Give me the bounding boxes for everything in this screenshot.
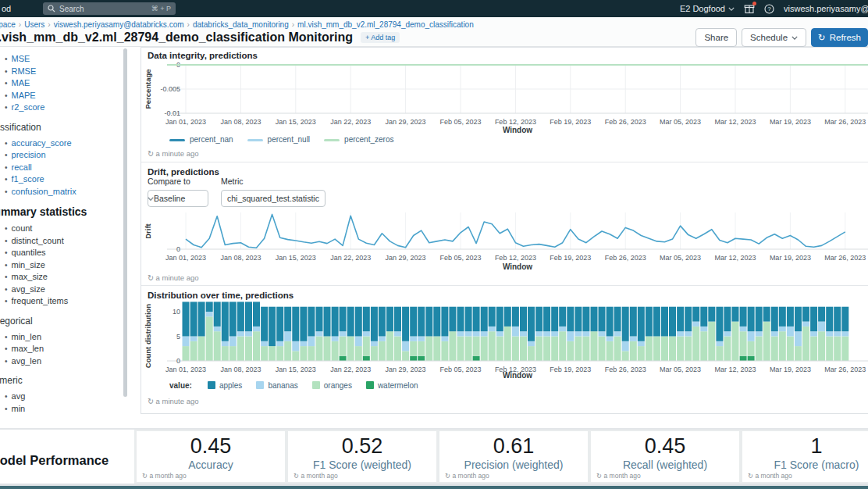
breadcrumb-item[interactable]: databricks_data_monitoring	[193, 20, 289, 29]
breadcrumb-item[interactable]: Workspace	[0, 20, 16, 29]
sidebar-link[interactable]: accuracy_score	[12, 137, 72, 150]
svg-text:Jan 22, 2023: Jan 22, 2023	[330, 118, 371, 126]
sidebar-label: min_len	[12, 331, 42, 344]
sidebar-link[interactable]: confusion_matrix	[12, 186, 76, 198]
svg-text:Jan 15, 2023: Jan 15, 2023	[276, 254, 316, 262]
legend-swatch	[256, 381, 264, 389]
workspace-switcher[interactable]: E2 Dogfood	[680, 4, 735, 13]
svg-text:Jan 29, 2023: Jan 29, 2023	[386, 366, 426, 373]
global-search-input[interactable]: Search ⌘ + P	[43, 2, 176, 15]
sidebar-link[interactable]: recall	[12, 162, 32, 174]
bullet: •	[5, 149, 8, 162]
svg-text:Mar 12, 2023: Mar 12, 2023	[714, 366, 756, 373]
search-shortcut: ⌘ + P	[151, 5, 171, 12]
compare-to-select[interactable]: Baseline	[148, 190, 208, 207]
bullet: •	[5, 77, 8, 90]
refresh-button[interactable]: ↻ Refresh	[811, 28, 868, 47]
updated-text: a minute ago	[156, 397, 199, 405]
legend-item-percent_zeros[interactable]: percent_zeros	[324, 135, 393, 144]
metric-card-accuracy: 0.45Accuracy↻ a month ago	[137, 431, 285, 482]
svg-text:Jan 29, 2023: Jan 29, 2023	[386, 254, 426, 262]
share-button[interactable]: Share	[695, 28, 737, 47]
sidebar-link[interactable]: precision	[12, 149, 46, 162]
svg-text:Jan 08, 2023: Jan 08, 2023	[220, 366, 261, 373]
sidebar-item-f1_score[interactable]: •f1_score	[0, 173, 141, 186]
svg-text:Mar 26, 2023: Mar 26, 2023	[824, 118, 866, 126]
search-placeholder: Search	[59, 5, 151, 13]
sidebar-item-precision[interactable]: •precision	[0, 149, 141, 162]
compare-to-value: Baseline	[154, 194, 185, 203]
sidebar-item-quantiles: •quantiles	[0, 247, 141, 259]
svg-text:Window: Window	[503, 262, 532, 271]
sidebar-link[interactable]: MAPE	[12, 90, 36, 102]
legend-item-watermelon[interactable]: watermelon	[366, 381, 418, 390]
svg-text:Feb 26, 2023: Feb 26, 2023	[605, 254, 646, 262]
sidebar-item-accuracy_score[interactable]: •accuracy_score	[0, 137, 141, 150]
breadcrumb-item[interactable]: Users	[24, 20, 44, 29]
sidebar-label: max_size	[12, 271, 48, 284]
sidebar-item-RMSE[interactable]: •RMSE	[0, 66, 141, 78]
metric-updated: ↻ a month ago	[293, 472, 338, 480]
sidebar-label: count	[12, 223, 33, 235]
sidebar-item-r2_score[interactable]: •r2_score	[0, 102, 141, 114]
sidebar-section: •MSE•RMSE•MAE•MAPE•r2_score	[0, 53, 141, 114]
metrics-sidebar: •MSE•RMSE•MAE•MAPE•r2_scoreClassificatio…	[0, 47, 141, 414]
metric-select[interactable]: chi_squared_test.statistic	[221, 190, 326, 207]
legend-swatch	[366, 381, 374, 389]
legend-item-percent_nan[interactable]: percent_nan	[169, 135, 233, 144]
metric-value: 1	[742, 434, 868, 459]
sidebar-item-MAE[interactable]: •MAE	[0, 77, 141, 90]
metric-card-f1-score-weighted-: 0.52F1 Score (weighted)↻ a month ago	[288, 431, 436, 482]
chevron-down-icon	[728, 7, 735, 11]
sidebar-link[interactable]: MSE	[12, 53, 30, 66]
legend-item-percent_null[interactable]: percent_null	[247, 135, 310, 144]
sidebar-link[interactable]: r2_score	[12, 102, 45, 114]
svg-text:Feb 12, 2023: Feb 12, 2023	[495, 254, 536, 262]
svg-text:Feb 26, 2023: Feb 26, 2023	[605, 118, 646, 126]
sidebar-item-avg: •avg	[0, 391, 141, 403]
sidebar-item-min_len: •min_len	[0, 331, 141, 344]
last-refreshed: ↻ a minute ago	[148, 397, 199, 405]
sidebar-item-MSE[interactable]: •MSE	[0, 53, 141, 66]
breadcrumb-item[interactable]: viswesh.periyasamy@databricks.com	[54, 20, 184, 29]
sidebar-section: Numeric•avg•min•median•max•distinct_coun…	[0, 375, 141, 414]
svg-text:Percentage: Percentage	[144, 69, 152, 109]
sidebar-scrollbar[interactable]	[123, 48, 127, 397]
bullet: •	[5, 186, 8, 198]
sidebar-item-confusion_matrix[interactable]: •confusion_matrix	[0, 186, 141, 198]
breadcrumb-item[interactable]: ml.vish_mm_db_v2.ml_28794_demo_classific…	[297, 20, 474, 29]
svg-text:Jan 15, 2023: Jan 15, 2023	[276, 118, 316, 126]
top-app-bar: od Search ⌘ + P E2 Dogfood ? viswesh.per…	[0, 0, 868, 17]
add-tag-button[interactable]: + Add tag	[361, 32, 400, 43]
bullet: •	[5, 247, 8, 259]
sidebar-label: distinct_count	[12, 235, 64, 248]
sidebar-link[interactable]: MAE	[12, 77, 30, 90]
legend-item-bananas[interactable]: bananas	[256, 381, 297, 390]
svg-text:Jan 22, 2023: Jan 22, 2023	[330, 366, 371, 373]
metric-value: 0.45	[591, 434, 739, 459]
user-account-menu[interactable]: viswesh.periyasamy@databricks.com	[784, 4, 868, 13]
whats-new-button[interactable]	[744, 3, 755, 14]
sidebar-item-min: •min	[0, 403, 141, 415]
svg-text:Jan 01, 2023: Jan 01, 2023	[165, 366, 206, 373]
sidebar-link[interactable]: RMSE	[12, 66, 37, 78]
legend-title: value:	[169, 381, 192, 390]
breadcrumb-separator: ›	[48, 20, 50, 29]
sidebar-link[interactable]: f1_score	[12, 173, 44, 186]
legend-item-oranges[interactable]: oranges	[312, 381, 352, 390]
search-icon	[48, 5, 55, 12]
workspace-name: E2 Dogfood	[680, 4, 725, 13]
legend-item-apples[interactable]: apples	[208, 381, 242, 390]
distribution-legend: value:applesbananasorangeswatermelon	[169, 381, 418, 390]
sidebar-item-recall[interactable]: •recall	[0, 162, 141, 174]
topbar-left-text: od	[2, 4, 11, 13]
sidebar-item-MAPE[interactable]: •MAPE	[0, 90, 141, 102]
svg-text:5: 5	[176, 333, 180, 341]
bullet: •	[5, 90, 8, 102]
help-button[interactable]: ?	[764, 4, 774, 14]
metrics-list: •MSE•RMSE•MAE•MAPE•r2_scoreClassificatio…	[0, 47, 141, 414]
metric-updated: ↻ a month ago	[748, 472, 792, 480]
schedule-button[interactable]: Schedule	[742, 28, 806, 47]
svg-text:Mar 05, 2023: Mar 05, 2023	[660, 366, 701, 373]
metric-value: 0.52	[288, 434, 436, 459]
